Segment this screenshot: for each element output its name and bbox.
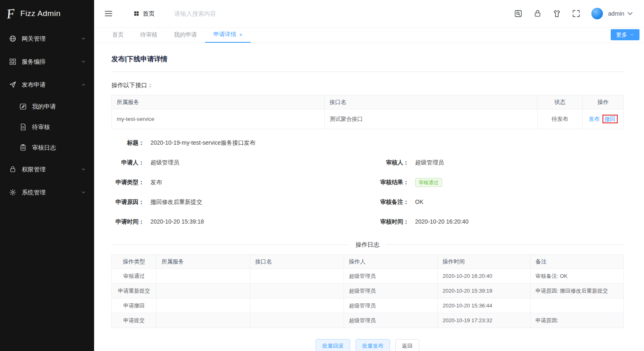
audit-log-icon — [19, 144, 27, 151]
main-area: 首页 admin 首页 待审核 我的申请 申请详情 × 更多 — [94, 0, 644, 351]
batch-rollback-button[interactable]: 批量回滚 — [316, 339, 350, 351]
back-button[interactable]: 返回 — [395, 339, 419, 351]
op-time-cell: 2020-10-20 16:20:40 — [438, 269, 531, 284]
api-cell — [250, 269, 344, 284]
column-header-service: 所属服务 — [112, 95, 325, 109]
column-header-service: 所属服务 — [157, 255, 250, 269]
tab-application-detail[interactable]: 申请详情 × — [205, 27, 251, 43]
lock-icon[interactable] — [533, 9, 542, 18]
more-button-label: 更多 — [616, 31, 627, 39]
chevron-down-icon — [81, 167, 86, 172]
sidebar-item-label: 我的申请 — [32, 103, 56, 111]
close-tab-icon[interactable]: × — [239, 32, 242, 38]
chevron-down-icon — [81, 59, 86, 64]
breadcrumb-home-label: 首页 — [143, 10, 155, 18]
detail-label: 审核备注： — [376, 199, 409, 206]
column-header-status: 状态 — [538, 95, 583, 109]
detail-audit-time: 审核时间：2020-10-20 16:20:40 — [376, 218, 623, 226]
detail-value: 超级管理员 — [415, 159, 444, 166]
sidebar-item-orchestration[interactable]: 服务编排 — [0, 50, 94, 73]
logo-icon: F — [6, 7, 15, 21]
batch-publish-button[interactable]: 批量发布 — [355, 339, 390, 351]
footer-actions: 批量回滚 批量发布 返回 — [111, 339, 623, 351]
detail-value: 撤回修改后重新提交 — [150, 199, 202, 205]
orchestration-icon — [9, 58, 16, 65]
column-header-operation: 操作 — [583, 95, 624, 109]
detail-value: OK — [415, 199, 423, 205]
detail-value: 超级管理员 — [150, 159, 179, 166]
sidebar-item-permission[interactable]: 权限管理 — [0, 158, 94, 181]
sidebar-item-label: 系统管理 — [22, 189, 46, 196]
log-table-header-row: 操作类型 所属服务 接口名 操作人 操作时间 备注 — [112, 255, 624, 269]
operator-cell: 超级管理员 — [344, 284, 438, 298]
chevron-down-icon — [81, 36, 86, 41]
service-cell — [157, 313, 250, 328]
publish-apply-submenu: 我的申请 待审核 审核日志 — [0, 96, 94, 158]
publish-link[interactable]: 发布 — [589, 116, 600, 122]
service-cell: my-test-service — [112, 109, 325, 129]
op-type-cell: 申请重新提交 — [112, 284, 157, 298]
operator-cell: 超级管理员 — [344, 298, 438, 313]
pending-review-icon — [19, 123, 27, 131]
column-header-op-type: 操作类型 — [112, 255, 157, 269]
detail-title: 标题：2020-10-19-my-test-service服务接口发布 — [111, 139, 376, 147]
chevron-down-icon — [626, 9, 634, 18]
app-title: Fizz Admin — [21, 9, 61, 18]
home-grid-icon — [134, 11, 139, 16]
sidebar-item-publish-apply[interactable]: 发布申请 — [0, 73, 94, 96]
avatar[interactable] — [591, 8, 603, 19]
hamburger-menu-icon[interactable] — [104, 9, 113, 18]
detail-label: 申请人： — [111, 159, 144, 166]
detail-label: 申请类型： — [111, 179, 144, 186]
chevron-up-icon — [81, 82, 86, 87]
fullscreen-icon[interactable] — [572, 9, 580, 18]
detail-value: 2020-10-19-my-test-service服务接口发布 — [150, 139, 255, 146]
detail-audit-result: 审核结果：审核通过 — [376, 178, 623, 187]
detail-auditor: 审核人：超级管理员 — [376, 159, 623, 166]
tab-home[interactable]: 首页 — [104, 27, 132, 43]
service-cell — [157, 284, 250, 298]
detail-label: 申请时间： — [111, 218, 144, 226]
detail-value: 2020-10-20 15:39:18 — [150, 218, 204, 225]
log-table-row: 申请提交 超级管理员 2020-10-19 17:23:32 申请原因: — [112, 313, 624, 328]
breadcrumb[interactable]: 首页 — [134, 10, 155, 18]
detail-label: 审核时间： — [376, 218, 409, 226]
tab-label: 申请详情 — [213, 31, 236, 38]
detail-label: 申请原因： — [111, 199, 144, 206]
sidebar-item-my-applications[interactable]: 我的申请 — [0, 96, 94, 117]
more-button[interactable]: 更多 — [611, 29, 639, 40]
sidebar-item-label: 网关管理 — [22, 35, 46, 43]
remark-cell — [531, 298, 624, 313]
system-gear-icon — [9, 189, 16, 196]
sidebar-item-audit-log[interactable]: 审核日志 — [0, 137, 94, 158]
operation-log-title: 操作日志 — [355, 241, 379, 249]
operator-cell: 超级管理员 — [344, 269, 438, 284]
user-menu[interactable]: admin — [608, 9, 635, 18]
service-cell — [157, 298, 250, 313]
chevron-down-icon — [630, 32, 634, 37]
search-panel-icon[interactable] — [514, 9, 522, 18]
top-header: 首页 admin — [94, 0, 644, 27]
tab-my-applications[interactable]: 我的申请 — [166, 27, 205, 43]
op-type-cell: 申请撤回 — [112, 298, 157, 313]
sidebar-item-pending-review[interactable]: 待审核 — [0, 117, 94, 137]
operator-cell: 超级管理员 — [344, 313, 438, 328]
detail-apply-type: 申请类型：发布 — [111, 179, 376, 186]
sidebar-item-label: 权限管理 — [22, 166, 46, 173]
sidebar-item-system[interactable]: 系统管理 — [0, 181, 94, 204]
api-cell — [250, 313, 344, 328]
page-title: 发布|下线申请详情 — [111, 43, 623, 72]
log-table-row: 申请重新提交 超级管理员 2020-10-20 15:39:19 申请原因: 撤… — [112, 284, 624, 298]
tab-label: 待审核 — [140, 31, 157, 39]
search-input[interactable] — [174, 10, 265, 17]
withdraw-link[interactable]: 撤回 — [605, 116, 616, 122]
tab-pending-review[interactable]: 待审核 — [132, 27, 166, 43]
theme-icon[interactable] — [553, 9, 561, 18]
detail-value: 发布 — [150, 179, 162, 185]
api-name-cell: 测试聚合接口 — [325, 109, 538, 129]
sidebar-menu: 网关管理 服务编排 发布申请 我的申请 待审核 审核日志 — [0, 27, 94, 204]
sidebar-item-label: 发布申请 — [22, 81, 46, 89]
column-header-api-name: 接口名 — [325, 95, 538, 109]
tab-label: 我的申请 — [174, 31, 197, 39]
sidebar-item-gateway[interactable]: 网关管理 — [0, 27, 94, 50]
